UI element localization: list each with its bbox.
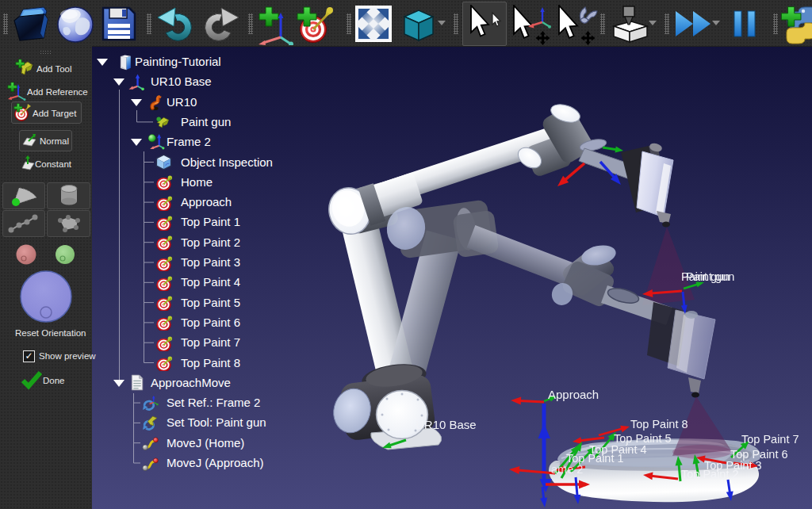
svg-text:Top Paint 2: Top Paint 2: [681, 468, 739, 480]
svg-text:Top Paint 8: Top Paint 8: [630, 418, 688, 431]
svg-text:ame 2: ame 2: [551, 463, 583, 476]
svg-text:Approach: Approach: [548, 388, 599, 401]
svg-text:Top Paint 7: Top Paint 7: [741, 433, 799, 446]
svg-text:Paint gun: Paint gun: [686, 270, 734, 283]
svg-text:UR10 Base: UR10 Base: [416, 418, 477, 431]
